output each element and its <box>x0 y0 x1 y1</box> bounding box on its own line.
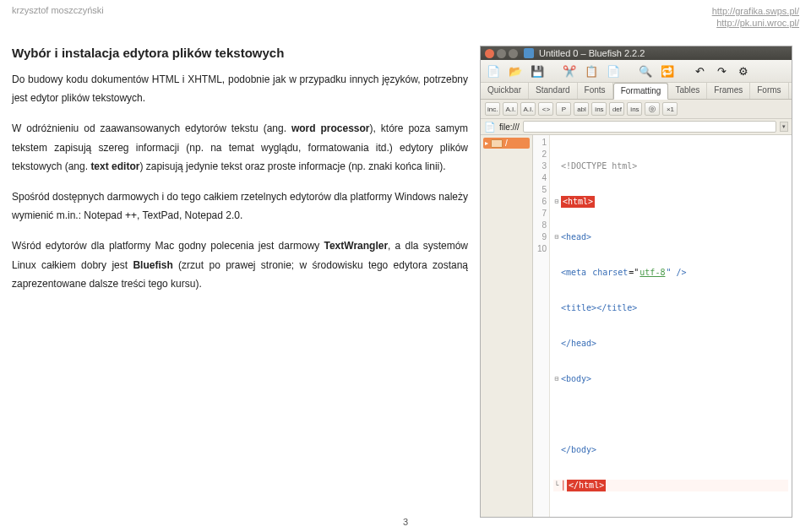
config-icon[interactable]: ⚙ <box>735 62 752 79</box>
undo-icon[interactable]: ↶ <box>691 62 708 79</box>
category-tabs: Quickbar Standard Fonts Formatting Table… <box>481 83 792 100</box>
author-name: krzysztof moszczyński <box>12 5 104 29</box>
main-toolbar: 📄 📂 💾 ✂️ 📋 📄 🔍 🔁 ↶ ↷ ⚙ <box>481 60 792 83</box>
header-links: http://grafika.swps.pl/ http://pk.uni.wr… <box>712 5 799 29</box>
window-maximize-icon[interactable] <box>509 49 518 58</box>
window-minimize-icon[interactable] <box>497 49 506 58</box>
tree-collapse-icon: ▸ <box>485 139 488 147</box>
formatting-toolbar: inc. A.I. A.I. <> P abl ins def ins ⓔ ×1 <box>481 100 792 119</box>
redo-icon[interactable]: ↷ <box>713 62 730 79</box>
screenshot-column: Untitled 0 – Bluefish 2.2.2 📄 📂 💾 ✂️ 📋 📄… <box>480 46 799 518</box>
folder-icon <box>491 139 503 148</box>
cut-icon[interactable]: ✂️ <box>561 62 578 79</box>
folder-root[interactable]: ▸ / <box>483 138 530 149</box>
fmt-btn-5[interactable]: abl <box>574 102 589 116</box>
location-input[interactable] <box>523 121 776 133</box>
content-area: Wybór i instalacja edytora plików teksto… <box>0 30 811 518</box>
paragraph-3: Spośród dostępnych darmowych i do tego c… <box>12 187 468 225</box>
tab-quickbar[interactable]: Quickbar <box>481 83 529 99</box>
paste-icon[interactable]: 📄 <box>605 62 622 79</box>
tab-fonts[interactable]: Fonts <box>578 83 613 99</box>
replace-icon[interactable]: 🔁 <box>659 62 676 79</box>
open-file-icon[interactable]: 📂 <box>507 62 524 79</box>
tab-frames[interactable]: Frames <box>707 83 750 99</box>
window-close-icon[interactable] <box>485 49 494 58</box>
fmt-btn-10[interactable]: ×1 <box>662 102 678 116</box>
bluefish-window: Untitled 0 – Bluefish 2.2.2 📄 📂 💾 ✂️ 📋 📄… <box>480 46 792 518</box>
page-header: krzysztof moszczyński http://grafika.swp… <box>0 0 811 30</box>
line-number-gutter: 1 2 3 4 5 6 7 8 9 10 <box>533 135 550 517</box>
paragraph-2: W odróżnieniu od zaawansowanych edytorów… <box>12 119 468 176</box>
protocol-label: file:/// <box>499 122 520 132</box>
window-titlebar: Untitled 0 – Bluefish 2.2.2 <box>481 46 792 60</box>
save-file-icon[interactable]: 💾 <box>529 62 546 79</box>
editor-body: ▸ / 1 2 3 4 5 6 7 8 9 10 <box>481 135 792 517</box>
article-title: Wybór i instalacja edytora plików teksto… <box>12 46 468 60</box>
fmt-btn-8[interactable]: ins <box>627 102 642 116</box>
tab-forms[interactable]: Forms <box>750 83 788 99</box>
tab-standard[interactable]: Standard <box>529 83 578 99</box>
new-file-icon[interactable]: 📄 <box>485 62 502 79</box>
fmt-btn-2[interactable]: A.I. <box>520 102 536 116</box>
article-column: Wybór i instalacja edytora plików teksto… <box>12 46 468 518</box>
fmt-btn-0[interactable]: inc. <box>485 102 500 116</box>
page-number: 3 <box>0 517 811 527</box>
link-pkuni[interactable]: http://pk.uni.wroc.pl/ <box>712 17 799 29</box>
fmt-btn-6[interactable]: ins <box>591 102 607 116</box>
link-grafika[interactable]: http://grafika.swps.pl/ <box>712 5 799 17</box>
tab-tables[interactable]: Tables <box>668 83 707 99</box>
code-editor[interactable]: <!DOCTYPE html> ⊟<html> ⊟<head> <meta ch… <box>550 135 792 517</box>
location-bar: 📄 file:/// ▾ <box>481 119 792 135</box>
fmt-btn-4[interactable]: P <box>556 102 571 116</box>
paragraph-4: Wśród edytorów dla platformy Mac godny p… <box>12 236 468 293</box>
window-title-text: Untitled 0 – Bluefish 2.2.2 <box>539 48 645 58</box>
tab-formatting[interactable]: Formatting <box>613 83 669 100</box>
paragraph-1: Do budowy kodu dokumentów HTML i XHTML, … <box>12 70 468 107</box>
copy-icon[interactable]: 📋 <box>583 62 600 79</box>
search-icon[interactable]: 🔍 <box>637 62 654 79</box>
fmt-btn-3[interactable]: <> <box>538 102 553 116</box>
app-icon <box>524 48 534 58</box>
folder-root-label: / <box>505 138 508 148</box>
location-dropdown-icon[interactable]: ▾ <box>780 122 788 132</box>
fmt-btn-7[interactable]: def <box>609 102 624 116</box>
fmt-btn-1[interactable]: A.I. <box>503 102 518 116</box>
file-browser-panel: ▸ / <box>481 135 533 517</box>
fmt-btn-9[interactable]: ⓔ <box>645 102 660 116</box>
document-icon: 📄 <box>484 122 496 133</box>
